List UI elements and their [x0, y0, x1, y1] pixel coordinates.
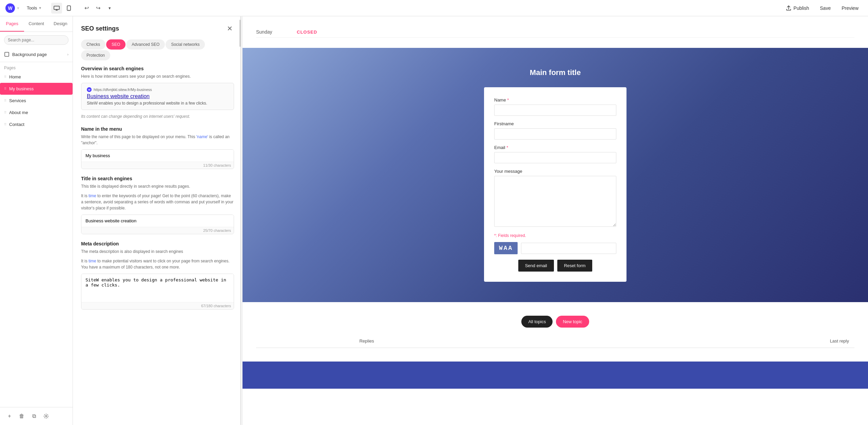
- save-label: Save: [820, 5, 831, 11]
- preview-url-text: https://dfvnjkkl.sitew.fr/My-business: [94, 88, 152, 92]
- seo-title-char-count: 25/70 characters: [81, 227, 234, 234]
- drag-icon-services: ⠿: [4, 99, 6, 103]
- sidebar-item-about-label: About me: [9, 110, 28, 115]
- form-name-input[interactable]: [494, 105, 616, 116]
- seo-title-desc1: This title is displayed directly in sear…: [81, 183, 234, 189]
- seo-tab-protection[interactable]: Protection: [81, 50, 110, 60]
- seo-name-char-count: 11/30 characters: [81, 162, 234, 169]
- svg-rect-0: [54, 6, 59, 10]
- sidebar-tabs: Pages Content Design: [0, 16, 73, 32]
- seo-panel-title: SEO settings: [81, 25, 119, 32]
- reset-form-button[interactable]: Reset form: [557, 260, 593, 272]
- sidebar-bottom-bar: + 🗑 ⧉: [0, 407, 73, 425]
- logo[interactable]: W ▼: [5, 3, 20, 13]
- sidebar-item-services[interactable]: ⠿ Services: [0, 95, 73, 107]
- sidebar-item-my-business[interactable]: ⠿ My business: [0, 83, 73, 95]
- sidebar-item-home-label: Home: [9, 74, 21, 79]
- forum-buttons: All topics New topic: [256, 316, 854, 328]
- tab-design[interactable]: Design: [49, 16, 73, 32]
- pages-section-label: Pages: [0, 63, 73, 71]
- sidebar-item-about-me[interactable]: ⠿ About me: [0, 107, 73, 118]
- title-time-link: time: [89, 193, 96, 198]
- seo-title-input-wrap: 25/70 characters: [81, 215, 234, 234]
- seo-title-heading: Title in search engines: [81, 176, 234, 181]
- drag-icon-contact: ⠿: [4, 123, 6, 126]
- form-email-input[interactable]: [494, 152, 616, 163]
- last-reply-header: Last reply: [584, 334, 854, 348]
- sidebar-item-home[interactable]: ⠿ Home: [0, 71, 73, 83]
- captcha-input[interactable]: [521, 243, 616, 254]
- new-topic-button[interactable]: New topic: [556, 316, 589, 328]
- blue-footer: [243, 362, 868, 389]
- seo-name-section: Name in the menu Write the name of this …: [81, 126, 234, 169]
- firstname-label: Firstname: [494, 121, 616, 126]
- seo-meta-desc2: It is time to make potential visitors wa…: [81, 258, 234, 270]
- name-anchor-link: 'name': [196, 134, 208, 139]
- sidebar-item-services-label: Services: [9, 98, 26, 103]
- top-actions: Publish Save Preview: [782, 3, 863, 13]
- email-field-group: Email *: [494, 145, 616, 163]
- add-page-button[interactable]: +: [4, 411, 15, 422]
- form-card: Name * Firstname Email *: [484, 87, 626, 282]
- email-label: Email *: [494, 145, 616, 150]
- redo-button[interactable]: ↪: [93, 3, 103, 14]
- form-firstname-input[interactable]: [494, 128, 616, 140]
- seo-preview-box: W https://dfvnjkkl.sitew.fr/My-business …: [81, 83, 234, 110]
- firstname-field-group: Firstname: [494, 121, 616, 140]
- preview-note: Its content can change depending on inte…: [81, 113, 234, 119]
- forum-section: All topics New topic Replies Last reply: [243, 302, 868, 362]
- scroll-thumb[interactable]: [239, 20, 241, 47]
- topic-header: [256, 334, 354, 348]
- name-label: Name *: [494, 97, 616, 103]
- seo-tabs: Checks SEO Advanced SEO Social networks …: [73, 39, 242, 60]
- search-input[interactable]: [4, 35, 69, 45]
- seo-name-input[interactable]: [81, 150, 234, 162]
- desktop-view-button[interactable]: [51, 3, 62, 14]
- more-button[interactable]: ▼: [104, 3, 115, 14]
- seo-title-section: Title in search engines This title is di…: [81, 176, 234, 234]
- meta-time-link: time: [89, 259, 96, 263]
- seo-tab-seo[interactable]: SEO: [106, 39, 126, 50]
- drag-icon-about: ⠿: [4, 111, 6, 114]
- background-page-item[interactable]: Background page ›: [0, 48, 73, 60]
- email-required: *: [506, 145, 508, 150]
- seo-meta-desc1: The meta description is also displayed i…: [81, 248, 234, 255]
- seo-close-button[interactable]: ✕: [226, 23, 234, 34]
- preview-button[interactable]: Preview: [837, 3, 863, 13]
- sidebar-item-my-business-label: My business: [9, 86, 34, 91]
- forum-table-header: Replies Last reply: [256, 334, 854, 348]
- tab-content[interactable]: Content: [24, 16, 48, 32]
- undo-button[interactable]: ↩: [81, 3, 92, 14]
- send-email-button[interactable]: Send email: [518, 260, 554, 272]
- form-buttons: Send email Reset form: [494, 260, 616, 272]
- duplicate-page-button[interactable]: ⧉: [28, 411, 39, 422]
- delete-page-button[interactable]: 🗑: [16, 411, 27, 422]
- form-message-textarea[interactable]: [494, 176, 616, 227]
- page-settings-button[interactable]: [41, 411, 52, 422]
- drag-icon-active: ⠿: [4, 87, 6, 91]
- all-topics-button[interactable]: All topics: [521, 316, 553, 328]
- seo-tab-advanced[interactable]: Advanced SEO: [126, 39, 165, 50]
- seo-meta-textarea[interactable]: SiteW enables you to design a profession…: [81, 274, 234, 301]
- seo-title-input[interactable]: [81, 215, 234, 227]
- seo-meta-title: Meta description: [81, 241, 234, 246]
- required-note: *: Fields required.: [494, 233, 616, 238]
- tab-pages[interactable]: Pages: [0, 16, 24, 32]
- preview-title: Business website creation: [87, 93, 228, 99]
- main-layout: Pages Content Design Background page › P…: [0, 16, 868, 425]
- publish-button[interactable]: Publish: [782, 3, 813, 13]
- seo-tab-social[interactable]: Social networks: [166, 39, 205, 50]
- tools-button[interactable]: Tools ▼: [24, 4, 44, 12]
- save-button[interactable]: Save: [816, 3, 835, 13]
- captcha-row: WAA: [494, 242, 616, 254]
- name-required: *: [507, 97, 509, 103]
- hours-row-sunday: Sunday CLOSED: [256, 26, 854, 38]
- mobile-view-button[interactable]: [63, 3, 74, 14]
- sidebar-item-contact[interactable]: ⠿ Contact: [0, 118, 73, 130]
- message-field-group: Your message: [494, 169, 616, 228]
- seo-tab-checks[interactable]: Checks: [81, 39, 105, 50]
- preview-url-row: W https://dfvnjkkl.sitew.fr/My-business: [87, 87, 228, 92]
- form-section: Main form title Name * Firstname: [243, 48, 868, 302]
- background-page-label: Background page: [12, 52, 47, 57]
- topbar: W ▼ Tools ▼ ↩ ↪ ▼ Publish Save Preview: [0, 0, 868, 16]
